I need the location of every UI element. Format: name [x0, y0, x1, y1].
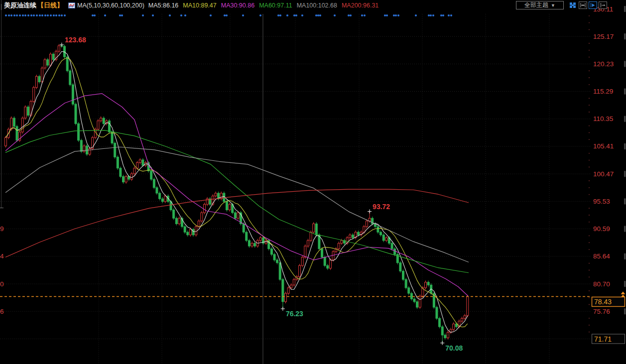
- svg-text:80.70: 80.70: [593, 280, 610, 288]
- current-price-line: 78.4371.71: [0, 292, 626, 344]
- chevron-down-icon: ▼: [551, 3, 555, 8]
- svg-text:95.53: 95.53: [593, 198, 610, 205]
- ma-settings-label[interactable]: MA(5,10,30,60,100,200): [77, 2, 144, 9]
- ma200-line: [5, 189, 469, 257]
- ma5-legend: MA5:86.16: [148, 2, 178, 9]
- ma60-legend: MA60:97.11: [259, 2, 292, 9]
- svg-text:125.17: 125.17: [593, 33, 614, 40]
- right-price-axis: 130.11125.17120.23115.29110.35105.41100.…: [589, 5, 626, 333]
- svg-text:123.68: 123.68: [65, 36, 86, 44]
- ma5-line: [6, 51, 468, 332]
- shift-right-axis-icon-button[interactable]: [599, 1, 607, 9]
- trading-app-window: 美原油连续 【日线】 MA(5,10,30,60,100,200) MA5:86…: [0, 0, 626, 364]
- ma30-legend: MA30:90.86: [221, 2, 254, 9]
- grid-layout-icon-button[interactable]: [569, 1, 577, 9]
- auto-scale-axis-icon-button[interactable]: [589, 1, 597, 9]
- fit-horizontal-axis-icon-button[interactable]: [579, 1, 587, 9]
- ma10-line: [6, 58, 468, 327]
- ma100-line: [5, 147, 469, 262]
- svg-text:93.72: 93.72: [373, 203, 390, 211]
- svg-text:90.59: 90.59: [593, 225, 610, 233]
- svg-text:75.76: 75.76: [593, 308, 610, 315]
- svg-text:0: 0: [0, 280, 4, 288]
- line-chart-icon: [68, 2, 75, 8]
- svg-text:4: 4: [0, 252, 4, 260]
- svg-text:71.71: 71.71: [594, 335, 612, 343]
- svg-text:105.41: 105.41: [593, 142, 614, 150]
- theme-dropdown-label: 全部主题: [524, 1, 548, 9]
- svg-text:76.23: 76.23: [286, 310, 303, 318]
- svg-text:6: 6: [0, 308, 4, 315]
- svg-text:85.64: 85.64: [593, 252, 610, 260]
- candlestick-chart[interactable]: 78.4371.71130.11125.17120.23115.29110.35…: [0, 0, 626, 364]
- svg-text:115.29: 115.29: [593, 88, 613, 95]
- event-dots: [5, 14, 452, 16]
- candles: [5, 44, 469, 343]
- ma200-legend: MA200:96.31: [342, 2, 378, 9]
- auto-scale-axis-icon: [590, 2, 596, 8]
- grid-layout-icon: [569, 2, 577, 8]
- period-label[interactable]: 【日线】: [37, 1, 63, 10]
- svg-text:78.43: 78.43: [594, 298, 612, 306]
- svg-text:120.23: 120.23: [593, 60, 614, 68]
- chart-toolbar: 全部主题 ▼: [516, 1, 607, 9]
- theme-dropdown[interactable]: 全部主题 ▼: [516, 1, 564, 9]
- shift-right-axis-icon: [600, 2, 606, 8]
- svg-text:9: 9: [0, 225, 4, 233]
- svg-text:100.47: 100.47: [593, 170, 614, 178]
- ma10-legend: MA10:89.47: [183, 2, 216, 9]
- svg-text:110.35: 110.35: [593, 115, 613, 122]
- ma100-legend: MA100:102.68: [297, 2, 337, 9]
- ma30-line: [5, 94, 468, 296]
- left-price-axis: 9406: [0, 225, 4, 315]
- instrument-title: 美原油连续: [4, 1, 36, 10]
- ma-lines: [5, 51, 469, 332]
- svg-text:70.08: 70.08: [445, 344, 463, 352]
- fit-horizontal-axis-icon: [580, 2, 586, 8]
